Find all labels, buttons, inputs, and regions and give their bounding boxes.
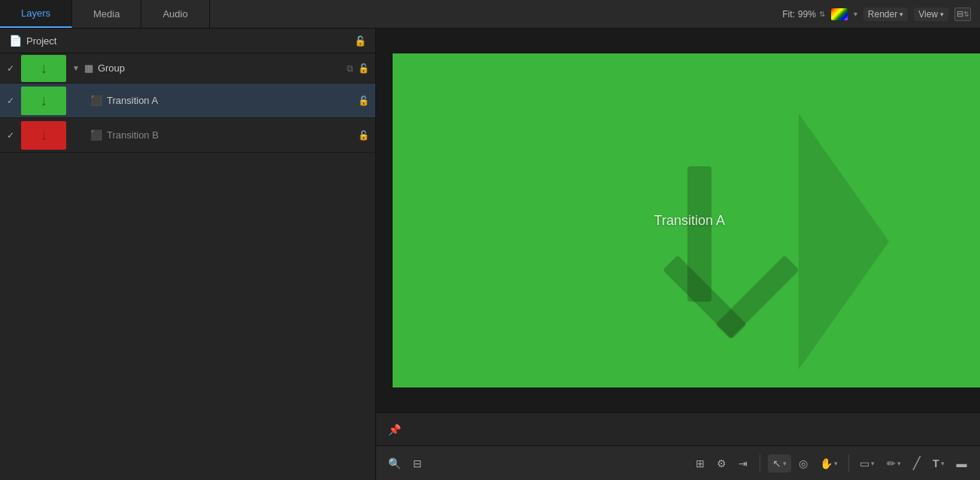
group-row[interactable]: ✓ ↓ ▼ ▦ Group ⧉ 🔓: [0, 53, 375, 84]
bottom-toolbar: 🔍 ⊟ ⊞ ⚙ ⇥ ↖: [376, 445, 980, 480]
transition-b-name-area: ⬛ Transition B: [90, 129, 358, 141]
grid-button[interactable]: ⊞: [691, 454, 709, 472]
pen-chevron-icon: ▾: [897, 460, 901, 467]
transition-b-name: Transition B: [107, 129, 159, 141]
render-button[interactable]: Render ▾: [863, 8, 908, 21]
group-name: Group: [98, 62, 125, 74]
canvas-label: Transition A: [654, 213, 725, 229]
layout-toggle-button[interactable]: ⊟ ⇅: [954, 8, 971, 21]
pen-tool-button[interactable]: ✏ ▾: [882, 454, 906, 472]
layout-view-button[interactable]: ⊟: [408, 454, 426, 472]
top-bar-right: Fit: 99% ⇅ ▾ Render ▾ View ▾ ⊟ ⇅: [782, 8, 980, 21]
layer-row-transition-a[interactable]: ✓ ↓ ⬛ Transition A 🔓: [0, 84, 375, 118]
transition-b-check[interactable]: ✓: [0, 130, 21, 141]
transition-a-lock-icon[interactable]: 🔓: [358, 96, 369, 106]
hand-tool-button[interactable]: ✋ ▾: [815, 454, 842, 472]
rect-icon: ▭: [860, 457, 869, 469]
panel-header-left: 📄 Project: [9, 35, 56, 47]
group-name-area: ▼ ▦ Group: [72, 62, 347, 74]
text-tool-button[interactable]: T ▾: [928, 454, 949, 472]
group-multi-icon[interactable]: ⧉: [347, 63, 353, 74]
svg-rect-1: [687, 166, 711, 302]
select-tool-button[interactable]: ↖ ▾: [768, 454, 791, 472]
group-lock-icon[interactable]: 🔓: [358, 63, 369, 74]
panel-header: 📄 Project 🔓: [0, 29, 375, 53]
transition-a-check[interactable]: ✓: [0, 96, 21, 106]
panel-lock-icon[interactable]: 🔓: [354, 35, 366, 47]
tab-media[interactable]: Media: [72, 0, 141, 28]
group-icons-right: ⧉ 🔓: [347, 63, 369, 74]
canvas-arrow-svg: [393, 53, 980, 387]
gear-icon: ⚙: [717, 457, 727, 469]
transition-a-thumb-arrow-icon: ↓: [40, 92, 47, 109]
layer-row-transition-b[interactable]: ✓ ↓ ⬛ Transition B 🔓: [0, 118, 375, 153]
left-panel: 📄 Project 🔓 ✓ ↓ ▼ ▦ Group ⧉ 🔓: [0, 29, 376, 480]
rect-tool-button[interactable]: ▭ ▾: [855, 454, 879, 472]
pen-icon: ✏: [887, 457, 896, 469]
transition-b-thumbnail: ↓: [21, 121, 66, 150]
line-tool-button[interactable]: ╱: [909, 453, 925, 473]
group-thumbnail: ↓: [21, 55, 66, 82]
toolbar-divider-2: [848, 454, 849, 472]
tab-layers[interactable]: Layers: [0, 0, 72, 28]
fit-display[interactable]: Fit: 99% ⇅: [782, 9, 825, 20]
render-label: Render: [868, 9, 897, 20]
fit-value: 99%: [798, 9, 816, 20]
group-check[interactable]: ✓: [0, 63, 21, 74]
hand-chevron-icon: ▾: [834, 460, 838, 467]
color-picker-button[interactable]: [831, 8, 848, 20]
grid-icon: ⊞: [696, 457, 705, 469]
canvas-frame: Transition A: [393, 53, 980, 387]
right-tools: ↖ ▾ ◎ ✋ ▾ ▭ ▾ ✏ ▾: [768, 453, 980, 473]
canvas-area[interactable]: Transition A: [376, 29, 980, 412]
svg-marker-0: [799, 114, 889, 369]
resize-tool-button[interactable]: ⤡: [978, 454, 980, 472]
transition-b-checkmark-icon: ✓: [5, 130, 16, 141]
right-panel: Transition A 📌 ⏭ 🔍 ⊟: [376, 29, 980, 480]
project-file-icon: 📄: [9, 35, 22, 47]
layout-icon: ⊟: [957, 9, 963, 19]
text-chevron-icon: ▾: [941, 460, 945, 467]
pin-icon[interactable]: 📌: [388, 424, 401, 436]
group-checkmark-icon: ✓: [5, 63, 16, 74]
export-button[interactable]: ⇥: [734, 454, 752, 472]
group-expand-icon[interactable]: ▼: [72, 64, 80, 72]
tab-layers-label: Layers: [21, 8, 50, 19]
search-button[interactable]: 🔍: [384, 454, 405, 472]
select-icon: ↖: [772, 457, 781, 469]
canvas-bottom-left: 📌: [388, 424, 401, 436]
layout-view-icon: ⊟: [413, 457, 422, 469]
globe-tool-button[interactable]: ◎: [794, 454, 812, 472]
layout-chevron: ⇅: [963, 11, 969, 18]
transition-b-lock-icon[interactable]: 🔓: [358, 130, 369, 141]
text-icon: T: [933, 457, 939, 469]
transition-a-thumbnail: ↓: [21, 87, 66, 115]
group-thumb-arrow-icon: ↓: [40, 59, 47, 77]
shapes-icon: ▬: [957, 457, 967, 469]
transition-b-type-icon: ⬛: [90, 129, 102, 141]
fit-stepper-icon: ⇅: [819, 10, 825, 18]
view-button[interactable]: View ▾: [914, 8, 948, 21]
main-content: 📄 Project 🔓 ✓ ↓ ▼ ▦ Group ⧉ 🔓: [0, 29, 980, 480]
transition-a-type-icon: ⬛: [90, 95, 102, 106]
gear-button[interactable]: ⚙: [712, 454, 731, 472]
fit-label: Fit:: [782, 9, 795, 20]
select-chevron-icon: ▾: [783, 460, 787, 467]
canvas-bottom-bar: 📌 ⏭: [376, 412, 980, 445]
transition-a-checkmark-icon: ✓: [5, 96, 16, 106]
render-chevron-icon: ▾: [900, 11, 903, 18]
export-icon: ⇥: [739, 457, 748, 469]
group-type-icon: ▦: [84, 62, 93, 74]
view-chevron-icon: ▾: [940, 11, 944, 18]
shapes-tool-button[interactable]: ▬: [952, 454, 972, 472]
tab-audio[interactable]: Audio: [141, 0, 209, 28]
search-icon: 🔍: [388, 457, 401, 469]
toolbar-divider: [760, 454, 760, 472]
transition-b-thumb-arrow-icon: ↓: [40, 126, 47, 144]
left-tools: 🔍 ⊟ ⊞ ⚙ ⇥: [384, 454, 752, 472]
hand-icon: ✋: [820, 457, 833, 469]
tab-group: Layers Media Audio: [0, 0, 210, 28]
color-picker-chevron[interactable]: ▾: [854, 10, 857, 18]
tab-media-label: Media: [93, 8, 120, 20]
view-label: View: [918, 9, 938, 20]
